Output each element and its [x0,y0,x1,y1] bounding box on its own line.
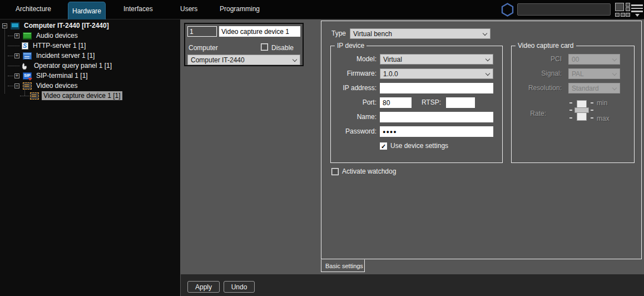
activate-watchdog-label: Activate watchdog [342,167,396,175]
incident-server-icon [23,52,32,60]
tab-architecture[interactable]: Architecture [16,5,51,13]
signal-label: Signal: [512,68,562,79]
tree-row: S HTTP-server 1 [1] [8,41,87,51]
settings-panel: Type Virtual bench IP device Model: Virt… [321,21,642,259]
expander-plus-icon[interactable]: + [14,73,19,78]
expander-minus-icon[interactable]: − [14,83,19,88]
chevron-down-icon [612,86,617,90]
tab-basic-settings[interactable]: Basic settings [321,259,365,272]
use-device-settings-row: ✓ Use device settings [380,142,448,150]
hexagon-logo-icon [500,2,515,19]
layout-grid-icon[interactable] [615,3,631,17]
rate-min-label: min [597,99,607,107]
tree-connector [8,36,13,36]
sip-terminal-icon: SIP [23,72,32,80]
rate-label: Rate: [512,108,546,119]
tree-item-http-server[interactable]: HTTP-server 1 [1] [31,41,87,50]
tree-row: Video capture device 1 [1] [20,91,122,101]
signal-select: PAL [568,68,620,79]
ip-address-input[interactable] [380,83,493,93]
computer-select[interactable]: Computer IT-2440 [187,55,300,65]
slider-tick [591,117,593,119]
resolution-label: Resolution: [512,83,562,93]
name-label: Name: [331,112,377,122]
top-bar: Architecture Hardware Interfaces Users P… [0,0,644,19]
tree-connector [20,96,29,96]
hardware-tree: − Computer IT-2440 [IT-2440] + Audio dev… [0,19,180,296]
rate-max-label: max [597,115,610,122]
model-label: Model: [331,54,377,65]
model-select-value: Virtual [383,56,402,63]
slider-tick [569,102,572,103]
slider-tick [569,110,572,111]
tab-basic-settings-label: Basic settings [325,263,363,269]
slider-tick [569,117,572,119]
ip-device-group-title: IP device [335,42,366,50]
signal-select-value: PAL [572,70,584,78]
video-capture-card-group-title: Video capture card [516,42,576,50]
pci-select: 00 [568,54,620,65]
password-label: Password: [331,126,377,137]
undo-button[interactable]: Undo [224,281,255,293]
activate-watchdog-checkbox[interactable] [331,168,339,175]
port-input[interactable] [380,97,412,108]
disable-label: Disable [271,44,294,52]
search-input[interactable] [517,3,611,16]
resolution-select: Standard [568,83,620,93]
pci-label: PCI [512,54,562,65]
device-identity-box: Computer Disable Computer IT-2440 [184,23,304,66]
tree-item-incident-server[interactable]: Incident server 1 [1] [34,51,96,60]
password-input[interactable] [380,126,493,137]
computer-icon [11,22,19,29]
use-device-settings-checkbox[interactable]: ✓ [380,142,387,150]
device-id-input[interactable] [187,26,217,37]
rtsp-input[interactable] [446,97,475,108]
video-chip-icon [23,82,32,90]
http-server-icon: S [22,42,28,50]
chevron-down-icon [612,71,617,76]
tree-connector [8,66,19,66]
slider-tick [591,110,593,111]
activate-watchdog-row: Activate watchdog [331,167,396,175]
chevron-down-icon [483,31,487,36]
disable-checkbox[interactable] [261,43,268,51]
type-select[interactable]: Virtual bench [350,28,491,39]
audio-chip-icon [23,32,32,40]
chevron-down-icon [486,57,490,61]
tree-row: + Audio devices [8,31,80,41]
operator-panel-icon [21,62,29,70]
chevron-down-icon [293,57,297,62]
ip-address-label: IP address: [331,83,377,93]
tree-connector [8,56,13,56]
tree-item-operator-query-panel[interactable]: Operator query panel 1 [1] [32,61,113,70]
tree-item-audio-devices[interactable]: Audio devices [34,31,80,40]
tree-row: − Video devices [8,81,80,91]
tree-item-video-devices[interactable]: Video devices [34,81,80,90]
device-name-input[interactable] [219,26,300,37]
firmware-select-value: 1.0.0 [383,70,398,78]
tab-hardware[interactable]: Hardware [68,2,106,19]
tab-users[interactable]: Users [180,5,197,13]
video-capture-card-group: Video capture card PCI 00 Signal: PAL Re… [511,46,635,163]
tree-item-sip-terminal[interactable]: SIP-terminal 1 [1] [34,71,90,80]
apply-button[interactable]: Apply [187,281,220,293]
tree-item-computer[interactable]: Computer IT-2440 [IT-2440] [22,21,111,30]
firmware-label: Firmware: [331,68,377,79]
expander-plus-icon[interactable]: + [14,33,19,38]
video-chip-icon [30,92,39,100]
tab-programming[interactable]: Programming [220,5,260,13]
model-select[interactable]: Virtual [380,54,493,65]
tree-row: + SIP SIP-terminal 1 [1] [8,71,90,81]
tab-interfaces[interactable]: Interfaces [123,5,153,13]
expander-minus-icon[interactable]: − [2,23,7,28]
pci-select-value: 00 [572,56,579,63]
hamburger-menu-icon[interactable] [631,4,643,17]
type-label: Type [331,29,346,37]
tree-connector [8,46,19,46]
firmware-select[interactable]: 1.0.0 [380,68,493,79]
type-select-value: Virtual bench [353,30,392,38]
login-name-input[interactable] [380,112,493,122]
rate-slider-thumb[interactable] [574,107,589,113]
tree-item-video-capture-device[interactable]: Video capture device 1 [1] [42,91,122,100]
expander-plus-icon[interactable]: + [14,53,19,58]
